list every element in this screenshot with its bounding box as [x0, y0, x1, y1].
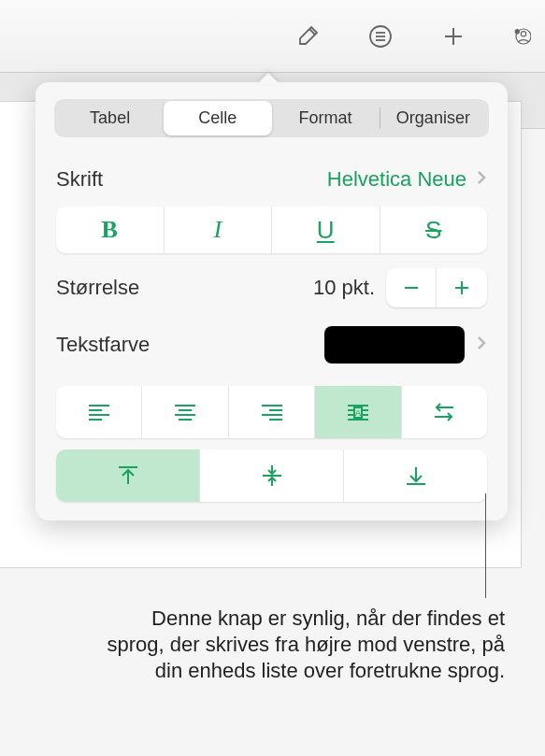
text-color-swatch[interactable]: [324, 326, 465, 364]
chevron-right-icon: [476, 333, 487, 357]
font-row[interactable]: Skrift Helvetica Neue: [36, 158, 508, 201]
size-stepper: [386, 268, 487, 307]
inspector-tabs: Tabel Celle Format Organiser: [54, 99, 489, 137]
valign-middle-button[interactable]: [200, 449, 344, 502]
callout-text: Denne knap er synlig, når der findes et …: [103, 606, 505, 684]
chevron-right-icon: [476, 167, 487, 192]
tab-organiser[interactable]: Organiser: [380, 101, 487, 136]
app-toolbar: +: [0, 0, 545, 73]
text-style-group: B I U S: [56, 207, 487, 253]
tab-celle[interactable]: Celle: [164, 101, 271, 136]
tab-format[interactable]: Format: [272, 101, 380, 136]
strikethrough-button[interactable]: S: [380, 207, 488, 253]
format-popover: Tabel Celle Format Organiser Skrift Helv…: [36, 82, 508, 521]
text-direction-button[interactable]: [402, 386, 487, 438]
align-left-button[interactable]: [56, 386, 142, 438]
size-value: 10 pkt.: [313, 276, 375, 300]
svg-text:+: +: [516, 29, 519, 34]
font-label: Skrift: [56, 167, 103, 192]
size-decrease-button[interactable]: [386, 268, 437, 307]
align-center-button[interactable]: [142, 386, 228, 438]
collaborate-icon[interactable]: +: [512, 22, 531, 50]
svg-text:A: A: [355, 408, 361, 418]
brush-icon[interactable]: [294, 22, 322, 50]
align-justify-button[interactable]: A: [315, 386, 401, 438]
text-color-label: Tekstfarve: [56, 333, 150, 357]
size-increase-button[interactable]: [437, 268, 487, 307]
valign-top-button[interactable]: [56, 449, 200, 502]
bold-button[interactable]: B: [56, 207, 165, 253]
horizontal-align-group: A: [56, 386, 487, 438]
size-label: Størrelse: [56, 276, 139, 300]
callout-line: [485, 493, 486, 598]
size-row: Størrelse 10 pkt.: [36, 259, 508, 317]
list-icon[interactable]: [366, 22, 394, 50]
vertical-align-group: [56, 449, 487, 502]
font-value: Helvetica Neue: [327, 167, 466, 192]
align-right-button[interactable]: [229, 386, 315, 438]
plus-icon[interactable]: [439, 22, 467, 50]
underline-button[interactable]: U: [272, 207, 380, 253]
italic-button[interactable]: I: [165, 207, 273, 253]
text-color-row[interactable]: Tekstfarve: [36, 317, 508, 373]
svg-point-7: [521, 31, 525, 36]
valign-bottom-button[interactable]: [344, 449, 487, 502]
tab-tabel[interactable]: Tabel: [56, 101, 164, 136]
